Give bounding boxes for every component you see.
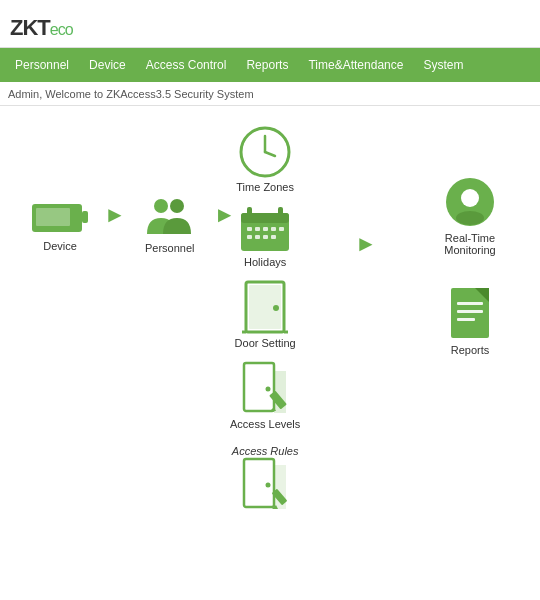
svg-point-37: [456, 211, 484, 225]
arrow-1: ►: [104, 202, 126, 228]
personnel-item[interactable]: Personnel: [130, 196, 210, 254]
access-levels-item[interactable]: Access Levels: [230, 361, 300, 430]
time-zones-item[interactable]: Time Zones: [236, 126, 294, 193]
holidays-item[interactable]: Holidays: [239, 205, 291, 268]
svg-rect-1: [82, 211, 88, 223]
nav-bar: Personnel Device Access Control Reports …: [0, 48, 540, 82]
svg-rect-14: [255, 227, 260, 231]
svg-point-28: [266, 387, 271, 392]
svg-rect-40: [457, 310, 483, 313]
svg-rect-15: [263, 227, 268, 231]
svg-rect-18: [255, 235, 260, 239]
svg-point-24: [273, 305, 279, 311]
svg-point-32: [266, 483, 271, 488]
holidays-icon: [239, 205, 291, 253]
nav-time-attendance[interactable]: Time&Attendance: [298, 52, 413, 78]
nav-access-control[interactable]: Access Control: [136, 52, 237, 78]
real-time-monitoring-item[interactable]: Real-Time Monitoring: [430, 176, 510, 256]
status-bar: Admin, Welcome to ZKAccess3.5 Security S…: [0, 82, 540, 106]
nav-reports[interactable]: Reports: [236, 52, 298, 78]
svg-rect-2: [36, 208, 70, 226]
time-zones-label: Time Zones: [236, 181, 294, 193]
personnel-icon: [143, 196, 197, 238]
reports-icon: [447, 286, 493, 340]
logo: ZKTeco: [10, 15, 73, 41]
left-flow: Device ► Personnel ►: [20, 196, 240, 254]
svg-rect-20: [271, 235, 276, 239]
arrow-right: ►: [355, 231, 377, 257]
device-icon: [32, 198, 88, 236]
reports-item[interactable]: Reports: [447, 286, 493, 356]
svg-rect-41: [457, 318, 475, 321]
svg-rect-39: [457, 302, 483, 305]
svg-rect-16: [271, 227, 276, 231]
real-time-monitoring-icon: [444, 176, 496, 228]
access-rules-label: Access Rules: [232, 445, 299, 457]
nav-personnel[interactable]: Personnel: [5, 52, 79, 78]
svg-point-4: [170, 199, 184, 213]
access-rules-item[interactable]: Access Rules: [232, 442, 299, 511]
svg-rect-17: [247, 235, 252, 239]
personnel-label: Personnel: [145, 242, 195, 254]
svg-rect-21: [279, 227, 284, 231]
svg-rect-13: [247, 227, 252, 231]
access-rules-icon: [240, 457, 290, 511]
svg-rect-11: [247, 207, 252, 219]
holidays-label: Holidays: [244, 256, 286, 268]
center-column: Time Zones: [230, 126, 300, 515]
access-levels-icon: [240, 361, 290, 415]
svg-point-36: [461, 189, 479, 207]
door-setting-icon: [242, 280, 288, 334]
main-content: Device ► Personnel ►: [0, 106, 540, 600]
logo-bar: ZKTeco: [0, 8, 540, 48]
reports-label: Reports: [451, 344, 490, 356]
flow-diagram: Device ► Personnel ►: [0, 116, 540, 600]
door-setting-item[interactable]: Door Setting: [235, 280, 296, 349]
nav-device[interactable]: Device: [79, 52, 136, 78]
door-setting-label: Door Setting: [235, 337, 296, 349]
access-levels-label: Access Levels: [230, 418, 300, 430]
right-column: Real-Time Monitoring Reports: [430, 176, 510, 356]
time-zones-icon: [239, 126, 291, 178]
svg-rect-19: [263, 235, 268, 239]
svg-rect-12: [278, 207, 283, 219]
device-label: Device: [43, 240, 77, 252]
nav-system[interactable]: System: [413, 52, 473, 78]
status-text: Admin, Welcome to ZKAccess3.5 Security S…: [8, 88, 254, 100]
real-time-monitoring-label: Real-Time Monitoring: [430, 232, 510, 256]
svg-point-3: [154, 199, 168, 213]
device-item[interactable]: Device: [20, 198, 100, 252]
